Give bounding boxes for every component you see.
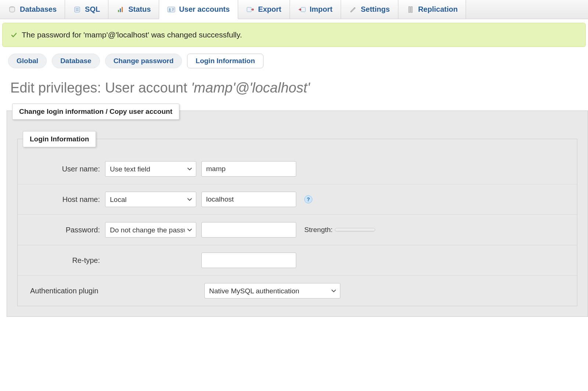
tab-label: User accounts xyxy=(179,5,230,14)
tab-label: Replication xyxy=(418,5,458,14)
help-icon[interactable]: ? xyxy=(304,195,312,203)
tab-label: Databases xyxy=(20,5,57,14)
svg-rect-9 xyxy=(409,7,410,12)
sql-icon xyxy=(73,6,81,14)
row-username: User name: Use text field xyxy=(18,154,577,184)
svg-rect-1 xyxy=(75,7,80,12)
svg-rect-2 xyxy=(118,10,119,12)
password-input[interactable] xyxy=(201,222,296,238)
tab-export[interactable]: Export xyxy=(238,0,290,19)
tab-user-accounts[interactable]: User accounts xyxy=(159,0,238,19)
row-auth-plugin: Authentication plugin Native MySQL authe… xyxy=(18,276,577,306)
subtab-global[interactable]: Global xyxy=(8,54,47,68)
subtab-bar: Global Database Change password Login In… xyxy=(0,47,588,70)
password-label: Password: xyxy=(23,226,100,234)
database-icon xyxy=(8,6,16,14)
row-hostname: Host name: Local ? xyxy=(18,184,577,215)
username-input[interactable] xyxy=(201,161,296,177)
tab-sql[interactable]: SQL xyxy=(65,0,108,19)
subtab-login-information[interactable]: Login Information xyxy=(187,54,263,68)
page-title: Edit privileges: User account 'mamp'@'lo… xyxy=(0,70,588,99)
strength-meter xyxy=(335,228,375,232)
tab-label: Export xyxy=(258,5,281,14)
tab-settings[interactable]: Settings xyxy=(341,0,398,19)
settings-icon xyxy=(349,6,357,14)
subtab-change-password[interactable]: Change password xyxy=(105,54,182,68)
hostname-input[interactable] xyxy=(201,192,296,207)
hostname-label: Host name: xyxy=(23,195,100,204)
account-identifier: 'mamp'@'localhost' xyxy=(191,80,310,95)
success-message: The password for 'mamp'@'localhost' was … xyxy=(2,23,586,47)
retype-input[interactable] xyxy=(201,253,296,268)
authplugin-label: Authentication plugin xyxy=(23,287,199,295)
tab-label: Import xyxy=(310,5,333,14)
tab-databases[interactable]: Databases xyxy=(0,0,65,19)
svg-rect-8 xyxy=(301,7,305,12)
users-icon xyxy=(167,6,175,14)
authplugin-select[interactable]: Native MySQL authentication xyxy=(204,283,340,298)
check-icon xyxy=(11,32,17,38)
status-icon xyxy=(116,6,125,14)
replication-icon xyxy=(406,6,415,14)
password-mode-select[interactable]: Do not change the password xyxy=(105,222,196,238)
row-password: Password: Do not change the password Str… xyxy=(18,215,577,245)
tab-label: SQL xyxy=(85,5,100,14)
row-retype: Re-type: xyxy=(18,245,577,276)
username-mode-select[interactable]: Use text field xyxy=(105,161,196,177)
hostname-mode-select[interactable]: Local xyxy=(105,192,196,207)
tab-status[interactable]: Status xyxy=(108,0,159,19)
change-login-legend: Change login information / Copy user acc… xyxy=(12,104,179,120)
password-strength: Strength: xyxy=(304,226,375,234)
tab-label: Status xyxy=(128,5,151,14)
import-icon xyxy=(298,6,306,14)
username-label: User name: xyxy=(23,165,100,173)
tab-import[interactable]: Import xyxy=(290,0,341,19)
change-login-panel: Change login information / Copy user acc… xyxy=(7,111,588,317)
top-tabbar: Databases SQL Status User accounts Expor… xyxy=(0,0,588,19)
subtab-database[interactable]: Database xyxy=(52,54,100,68)
tab-label: Settings xyxy=(361,5,390,14)
tab-replication[interactable]: Replication xyxy=(398,0,466,19)
svg-rect-7 xyxy=(247,7,251,12)
login-information-legend: Login Information xyxy=(23,131,96,147)
login-information-panel: Login Information User name: Use text fi… xyxy=(17,139,577,306)
svg-rect-3 xyxy=(120,8,121,12)
retype-label: Re-type: xyxy=(23,256,100,265)
success-message-text: The password for 'mamp'@'localhost' was … xyxy=(22,30,242,39)
svg-rect-4 xyxy=(122,7,123,12)
svg-point-6 xyxy=(169,8,171,10)
svg-rect-10 xyxy=(411,7,412,12)
export-icon xyxy=(246,6,254,14)
strength-label: Strength: xyxy=(304,226,333,234)
